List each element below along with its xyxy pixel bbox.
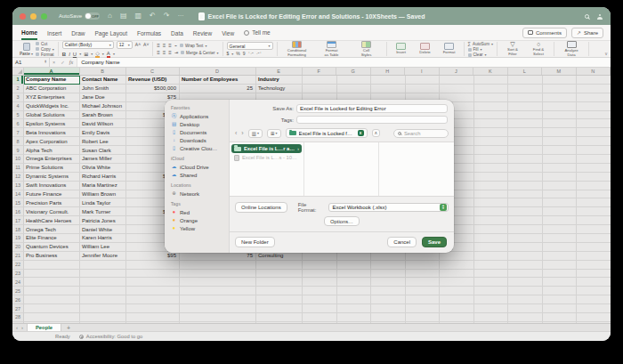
cell-B7[interactable]: Emily Davis bbox=[80, 128, 126, 137]
cell-M6[interactable] bbox=[543, 119, 578, 128]
group-control[interactable]: ⊞ ▾ bbox=[267, 129, 281, 138]
cell-M7[interactable] bbox=[543, 128, 578, 137]
cell-L19[interactable] bbox=[508, 234, 543, 243]
cell-A22[interactable] bbox=[24, 261, 80, 270]
cell-C28[interactable] bbox=[126, 313, 180, 322]
cell-B6[interactable]: David Wilson bbox=[80, 119, 126, 128]
cell-G2[interactable] bbox=[337, 85, 372, 93]
share-button[interactable]: ↗Share bbox=[571, 28, 603, 38]
cut-button[interactable]: Cut bbox=[36, 42, 54, 46]
sidebar-item-shared[interactable]: ☁Shared bbox=[171, 171, 229, 179]
cell-J29[interactable] bbox=[440, 322, 474, 323]
cell-I1[interactable] bbox=[406, 76, 441, 85]
cell-A16[interactable]: Visionary Consult. bbox=[24, 207, 80, 216]
cell-H2[interactable] bbox=[371, 85, 406, 93]
search-field[interactable] bbox=[393, 129, 449, 138]
home-icon[interactable]: ⌂ bbox=[108, 12, 112, 20]
cell-N1[interactable] bbox=[577, 76, 611, 85]
tab-insert[interactable]: Insert bbox=[47, 27, 61, 39]
cell-B22[interactable] bbox=[80, 261, 126, 270]
cell-A6[interactable]: Epsilon Systems bbox=[24, 119, 80, 128]
cell-K9[interactable] bbox=[474, 146, 509, 155]
decrease-decimal-icon[interactable]: ·⁰⁺ bbox=[256, 52, 262, 56]
cell-A17[interactable]: HealthCare Heroes bbox=[24, 216, 80, 225]
row-header-23[interactable]: 23 bbox=[12, 270, 24, 279]
cell-L20[interactable] bbox=[508, 243, 543, 252]
row-header-9[interactable]: 9 bbox=[12, 146, 24, 155]
cell-A1[interactable]: Company Name bbox=[24, 76, 80, 85]
undo-icon[interactable]: ↶ bbox=[150, 12, 156, 20]
confirm-entry-icon[interactable]: ✓ bbox=[61, 60, 65, 65]
cell-J21[interactable] bbox=[440, 252, 474, 261]
cell-F1[interactable] bbox=[303, 76, 337, 85]
cell-B25[interactable] bbox=[80, 287, 126, 295]
font-name-select[interactable]: Calibri (Body)▾ bbox=[62, 41, 114, 49]
row-header-25[interactable]: 25 bbox=[12, 287, 24, 295]
cell-D27[interactable] bbox=[180, 304, 256, 313]
cell-M17[interactable] bbox=[543, 216, 578, 225]
row-header-8[interactable]: 8 bbox=[12, 137, 24, 146]
cell-K28[interactable] bbox=[474, 313, 509, 322]
cell-K26[interactable] bbox=[474, 295, 509, 304]
cell-L7[interactable] bbox=[508, 128, 543, 137]
cell-A18[interactable]: Omega Tech bbox=[24, 225, 80, 234]
cell-F23[interactable] bbox=[303, 270, 337, 279]
cell-M29[interactable] bbox=[543, 322, 578, 323]
row-header-2[interactable]: 2 bbox=[12, 85, 24, 93]
cell-A14[interactable]: Future Finance bbox=[24, 190, 80, 199]
zoom-window-button[interactable] bbox=[41, 13, 47, 20]
cell-K22[interactable] bbox=[474, 261, 509, 270]
cell-H1[interactable] bbox=[371, 76, 406, 85]
cell-L22[interactable] bbox=[508, 261, 543, 270]
cell-E25[interactable] bbox=[256, 287, 303, 295]
save-as-input[interactable] bbox=[296, 104, 448, 113]
borders-icon[interactable]: ⊞ bbox=[84, 52, 88, 57]
cell-K17[interactable] bbox=[474, 216, 509, 225]
indent-icon[interactable]: ⇥ bbox=[174, 51, 178, 55]
column-header-d[interactable]: D bbox=[180, 68, 256, 75]
cell-K15[interactable] bbox=[474, 198, 509, 207]
cell-B19[interactable]: Karen Harris bbox=[80, 234, 126, 243]
cell-B2[interactable]: John Smith bbox=[80, 85, 126, 93]
cell-N16[interactable] bbox=[577, 207, 611, 216]
wrap-text-button[interactable]: Wrap Text ▾ bbox=[180, 44, 207, 48]
find-select-button[interactable]: ○ Find & Select bbox=[527, 41, 550, 57]
cell-L8[interactable] bbox=[508, 137, 543, 146]
cell-B23[interactable] bbox=[80, 270, 126, 279]
cell-B18[interactable]: Daniel White bbox=[80, 225, 126, 234]
cell-H23[interactable] bbox=[371, 270, 406, 279]
cell-N17[interactable] bbox=[577, 216, 611, 225]
delete-cells-button[interactable]: Delete bbox=[415, 43, 436, 55]
orientation-icon[interactable]: ⌁ bbox=[174, 44, 177, 48]
cell-N4[interactable] bbox=[577, 102, 611, 111]
conditional-formatting-button[interactable]: Conditional Formatting bbox=[281, 41, 313, 58]
cell-G26[interactable] bbox=[337, 295, 372, 304]
cell-C24[interactable] bbox=[126, 278, 180, 287]
cell-K20[interactable] bbox=[474, 243, 509, 252]
cell-B11[interactable]: Olivia White bbox=[80, 164, 126, 173]
cell-I25[interactable] bbox=[406, 287, 441, 295]
column-header-a[interactable]: A bbox=[24, 68, 80, 75]
options-button[interactable]: Options… bbox=[324, 216, 360, 226]
cell-K24[interactable] bbox=[474, 278, 509, 287]
cell-B12[interactable]: Richard Harris bbox=[80, 173, 126, 182]
cell-L29[interactable] bbox=[508, 322, 543, 323]
cell-E27[interactable] bbox=[256, 304, 303, 313]
cell-K2[interactable] bbox=[474, 85, 509, 93]
font-color-icon[interactable]: A bbox=[107, 51, 110, 58]
cell-A3[interactable]: XYZ Enterprises bbox=[24, 93, 80, 102]
cell-B29[interactable] bbox=[80, 322, 126, 323]
cell-L2[interactable] bbox=[508, 85, 543, 93]
collapse-ribbon-icon[interactable]: ∨ bbox=[604, 51, 608, 56]
row-header-3[interactable]: 3 bbox=[12, 93, 24, 102]
cell-C23[interactable] bbox=[126, 270, 180, 279]
cell-K13[interactable] bbox=[474, 182, 509, 190]
cell-A4[interactable]: QuickWidgets Inc. bbox=[24, 102, 80, 111]
cell-I2[interactable] bbox=[406, 85, 441, 93]
cell-D25[interactable] bbox=[180, 287, 256, 295]
align-left-icon[interactable]: ≡ bbox=[157, 50, 160, 55]
cell-M22[interactable] bbox=[543, 261, 578, 270]
cell-D22[interactable] bbox=[180, 261, 256, 270]
sheet-tab-people[interactable]: People bbox=[27, 324, 61, 331]
online-locations-button[interactable]: Online Locations bbox=[235, 202, 287, 213]
